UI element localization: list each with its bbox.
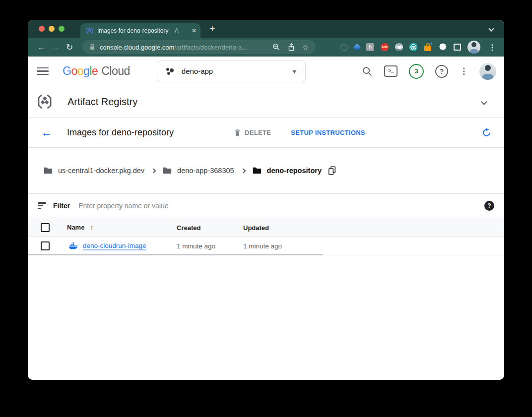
refresh-button[interactable] bbox=[482, 128, 491, 137]
breadcrumb-item-registry-host[interactable]: us-central1-docker.pkg.dev bbox=[44, 167, 144, 175]
forward-button[interactable]: → bbox=[49, 43, 63, 52]
cloud-shell-icon[interactable]: >_ bbox=[384, 65, 398, 77]
extensions-area: ! ℏ ABP m + ⋮ bbox=[340, 41, 497, 54]
url-domain: console.cloud.google.com bbox=[100, 44, 174, 51]
navigation-menu-icon[interactable] bbox=[37, 65, 49, 77]
delete-label: DELETE bbox=[245, 129, 271, 136]
minimize-window-button[interactable] bbox=[49, 26, 55, 32]
extensions-puzzle-icon[interactable] bbox=[438, 43, 447, 52]
shopping-extension-icon[interactable]: + bbox=[424, 43, 432, 51]
breadcrumb-item-repository[interactable]: deno-repository bbox=[253, 167, 322, 175]
service-bar: Artifact Registry bbox=[28, 86, 504, 118]
search-icon[interactable] bbox=[362, 66, 373, 77]
folder-icon bbox=[253, 167, 262, 174]
service-title: Artifact Registry bbox=[67, 96, 137, 108]
column-header-updated[interactable]: Updated bbox=[243, 224, 269, 231]
breadcrumb-item-project[interactable]: deno-app-368305 bbox=[163, 167, 234, 175]
project-selector[interactable]: deno-app ▾ bbox=[157, 60, 306, 82]
lock-icon bbox=[89, 44, 95, 51]
url-path: /artifacts/docker/deno-a... bbox=[174, 44, 247, 51]
gcp-header: GoogleCloud deno-app ▾ >_ 3 ? ⋮ bbox=[28, 57, 504, 86]
browser-window: Images for deno-repository – A ✕ + ← → ↻… bbox=[28, 20, 504, 380]
project-dropdown-icon: ▾ bbox=[293, 67, 296, 75]
empty-content-area bbox=[28, 255, 504, 380]
artifact-registry-favicon bbox=[86, 27, 93, 34]
docker-icon bbox=[69, 242, 78, 250]
setup-instructions-button[interactable]: SETUP INSTRUCTIONS bbox=[291, 129, 365, 136]
artifact-registry-icon bbox=[36, 93, 53, 110]
ring-extension-icon[interactable] bbox=[395, 43, 403, 51]
account-avatar[interactable] bbox=[479, 63, 496, 80]
filter-icon bbox=[38, 201, 46, 211]
image-name-cell: deno-cloudrun-image bbox=[69, 242, 146, 250]
browser-menu-icon[interactable]: ⋮ bbox=[488, 43, 496, 52]
folder-icon bbox=[44, 167, 53, 174]
close-window-button[interactable] bbox=[39, 26, 45, 32]
zoom-out-icon[interactable] bbox=[272, 43, 280, 51]
notifications-badge[interactable]: 3 bbox=[409, 64, 424, 79]
project-icon bbox=[166, 67, 174, 75]
updated-cell: 1 minute ago bbox=[243, 242, 282, 250]
tab-close-icon[interactable]: ✕ bbox=[192, 27, 197, 34]
gcp-overflow-menu-icon[interactable]: ⋮ bbox=[460, 66, 468, 76]
bookmark-star-icon[interactable]: ☆ bbox=[302, 44, 309, 51]
project-name: deno-app bbox=[182, 67, 213, 75]
google-cloud-logo[interactable]: GoogleCloud bbox=[63, 64, 130, 78]
trash-icon bbox=[234, 129, 241, 136]
select-all-checkbox[interactable] bbox=[41, 223, 50, 232]
created-cell: 1 minute ago bbox=[177, 242, 215, 250]
copy-icon[interactable] bbox=[328, 166, 336, 175]
filter-label: Filter bbox=[53, 202, 70, 210]
share-icon[interactable] bbox=[288, 43, 295, 52]
row-checkbox[interactable] bbox=[41, 241, 50, 250]
side-panel-icon[interactable] bbox=[454, 44, 461, 51]
browser-profile-avatar[interactable] bbox=[467, 41, 480, 54]
adblock-plus-icon[interactable]: ABP bbox=[381, 43, 389, 51]
reload-button[interactable]: ↻ bbox=[63, 43, 76, 52]
sort-ascending-icon[interactable]: ↑ bbox=[90, 224, 93, 232]
page-back-button[interactable]: ← bbox=[41, 127, 52, 138]
browser-tab[interactable]: Images for deno-repository – A ✕ bbox=[80, 23, 200, 38]
refresh-icon bbox=[482, 128, 491, 137]
chevron-right-icon bbox=[151, 168, 156, 173]
folder-icon bbox=[163, 167, 172, 174]
hbar-extension-icon[interactable]: ℏ bbox=[366, 43, 374, 51]
traffic-lights bbox=[39, 26, 65, 32]
filter-bar: Filter ? bbox=[28, 194, 504, 218]
page-title: Images for deno-repository bbox=[67, 127, 174, 138]
tab-strip: Images for deno-repository – A ✕ + bbox=[28, 20, 504, 38]
tab-search-chevron-icon[interactable] bbox=[489, 24, 493, 33]
chevron-right-icon bbox=[241, 168, 246, 173]
breadcrumb: us-central1-docker.pkg.dev deno-app-3683… bbox=[28, 148, 504, 194]
back-button[interactable]: ← bbox=[35, 43, 49, 52]
service-collapse-chevron-icon[interactable] bbox=[482, 97, 486, 106]
new-tab-button[interactable]: + bbox=[209, 23, 215, 35]
page-action-bar: ← Images for deno-repository DELETE SETU… bbox=[28, 118, 504, 148]
browser-toolbar: ← → ↻ console.cloud.google.com/artifacts… bbox=[28, 38, 504, 57]
column-header-name[interactable]: Name ↑ bbox=[67, 224, 93, 232]
m-extension-icon[interactable]: m bbox=[409, 43, 417, 51]
help-icon[interactable]: ? bbox=[435, 65, 448, 78]
table-row: deno-cloudrun-image 1 minute ago 1 minut… bbox=[28, 237, 504, 255]
filter-input[interactable] bbox=[78, 202, 484, 210]
fullscreen-window-button[interactable] bbox=[59, 26, 65, 32]
info-extension-icon[interactable]: ! bbox=[340, 44, 348, 51]
column-header-created[interactable]: Created bbox=[177, 224, 200, 231]
gem-extension-icon[interactable] bbox=[353, 43, 361, 51]
address-bar[interactable]: console.cloud.google.com/artifacts/docke… bbox=[82, 40, 316, 54]
table-header: Name ↑ Created Updated bbox=[28, 218, 504, 237]
tab-title: Images for deno-repository – A bbox=[97, 27, 190, 34]
delete-button[interactable]: DELETE bbox=[234, 129, 271, 136]
filter-help-icon[interactable]: ? bbox=[484, 201, 494, 211]
image-link[interactable]: deno-cloudrun-image bbox=[83, 242, 146, 250]
